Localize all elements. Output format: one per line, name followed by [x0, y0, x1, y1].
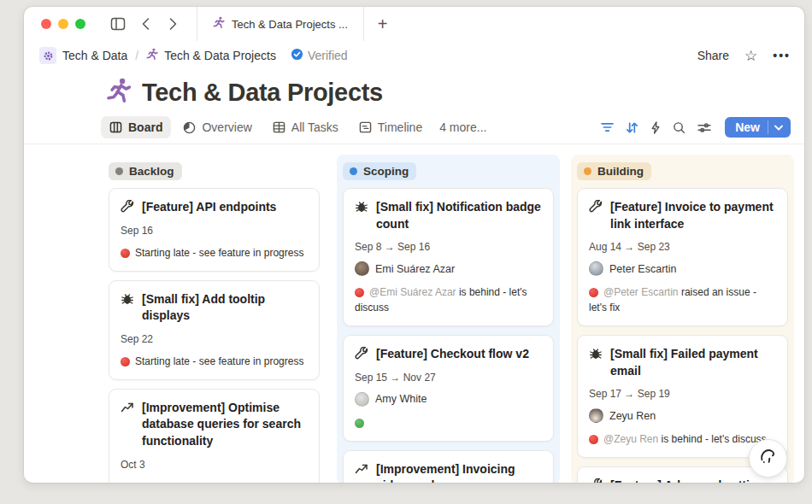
- task-card[interactable]: [Small fix] Add tooltip displays Sep 22 …: [109, 280, 320, 380]
- red-status-dot-icon: [589, 435, 598, 444]
- app-window: Tech & Data Projects ... + Tech & Data /…: [24, 7, 804, 483]
- verified-seal-icon: [291, 48, 303, 63]
- card-title: [Feature] Advanced settings on partial i…: [610, 478, 776, 483]
- active-browser-tab[interactable]: Tech & Data Projects ...: [197, 7, 364, 41]
- wrench-icon: [589, 199, 603, 232]
- new-button[interactable]: New: [725, 117, 791, 138]
- lightning-icon[interactable]: [650, 121, 661, 134]
- assignee-name: Zeyu Ren: [609, 410, 656, 422]
- chart-increasing-icon: [121, 400, 135, 450]
- forward-icon[interactable]: [162, 14, 183, 34]
- column-building: Building [Feature] Invoice to payment li…: [571, 155, 794, 483]
- task-card[interactable]: [Improvement] Optimise database queries …: [109, 389, 320, 483]
- assignee-name: Emi Suárez Azar: [375, 263, 455, 275]
- status-dot-icon: [115, 167, 123, 175]
- filter-icon[interactable]: [601, 122, 614, 132]
- more-options-icon[interactable]: •••: [773, 49, 791, 62]
- task-card[interactable]: [Small fix] Notification badge count Sep…: [343, 188, 554, 326]
- wrench-icon: [589, 478, 603, 483]
- column-header[interactable]: Scoping: [343, 162, 416, 180]
- tab-label: Overview: [202, 120, 251, 134]
- status-text: Starting late - see feature in progress: [135, 481, 303, 483]
- task-card[interactable]: [Feature] Invoice to payment link interf…: [577, 188, 788, 326]
- status-text: Starting late - see feature in progress: [135, 247, 303, 259]
- card-date: Sep 22: [121, 333, 308, 345]
- share-button[interactable]: Share: [697, 49, 729, 62]
- status-text: is behind - let's discuss: [658, 433, 766, 445]
- task-card[interactable]: [Small fix] Failed payment email Sep 17 …: [577, 335, 788, 458]
- close-window-button[interactable]: [41, 19, 51, 29]
- status-mention[interactable]: @Emi Suárez Azar: [369, 286, 456, 298]
- breadcrumb-page[interactable]: Tech & Data Projects: [164, 49, 276, 62]
- back-icon[interactable]: [135, 14, 156, 34]
- breadcrumb-row: Tech & Data / Tech & Data Projects Verif…: [24, 41, 804, 70]
- more-views-link[interactable]: 4 more...: [434, 116, 491, 138]
- task-card[interactable]: [Improvement] Invoicing side panel: [343, 450, 554, 483]
- minimize-window-button[interactable]: [58, 19, 68, 29]
- card-title: [Small fix] Failed payment email: [610, 346, 776, 379]
- card-status: Starting late - see feature in progress: [121, 479, 308, 483]
- overview-icon: [183, 121, 196, 134]
- task-card[interactable]: [Feature] Checkout flow v2 Sep 15 → Nov …: [343, 335, 554, 442]
- sort-icon[interactable]: [626, 121, 638, 134]
- breadcrumb-workspace[interactable]: Tech & Data: [62, 49, 127, 62]
- new-button-label: New: [725, 120, 768, 134]
- column-header[interactable]: Building: [577, 162, 651, 180]
- card-assignee: Amy White: [355, 392, 542, 407]
- card-date: Sep 17 → Sep 19: [589, 388, 776, 400]
- column-name: Backlog: [129, 165, 174, 178]
- card-date: Aug 14 → Sep 23: [589, 241, 776, 253]
- card-status: Starting late - see feature in progress: [121, 354, 308, 369]
- browser-tab-title: Tech & Data Projects ...: [232, 18, 348, 31]
- card-title: [Small fix] Notification badge count: [376, 199, 542, 232]
- avatar: [589, 261, 603, 276]
- workspace-gear-icon: [39, 47, 56, 64]
- card-status: @Peter Escartin raised an issue - let's …: [589, 284, 776, 315]
- notion-ai-button[interactable]: [749, 439, 787, 478]
- status-dot-icon: [584, 167, 591, 175]
- tab-overview[interactable]: Overview: [174, 116, 260, 138]
- card-status: @Zeyu Ren is behind - let's discuss: [589, 431, 776, 447]
- card-date: Sep 16: [121, 225, 308, 237]
- new-tab-label: +: [378, 15, 388, 34]
- wrench-icon: [121, 199, 135, 216]
- assignee-name: Peter Escartin: [609, 263, 677, 275]
- status-mention[interactable]: @Zeyu Ren: [603, 433, 658, 445]
- verified-badge: Verified: [291, 48, 348, 63]
- red-status-dot-icon: [121, 249, 130, 258]
- ai-face-icon: [757, 446, 780, 472]
- green-status-dot-icon: [355, 419, 364, 428]
- card-title: [Improvement] Optimise database queries …: [142, 400, 308, 450]
- card-status: @Emi Suárez Azar is behind - let's discu…: [355, 284, 542, 315]
- tab-all-tasks[interactable]: All Tasks: [264, 116, 347, 138]
- tab-label: All Tasks: [291, 120, 338, 134]
- task-card[interactable]: [Feature] API endpoints Sep 16 Starting …: [109, 188, 320, 272]
- zoom-window-button[interactable]: [75, 19, 85, 29]
- column-header[interactable]: Backlog: [109, 162, 182, 180]
- board-toolbar: New: [601, 117, 791, 138]
- bug-icon: [355, 199, 369, 232]
- red-status-dot-icon: [121, 357, 130, 366]
- status-dot-icon: [350, 167, 357, 175]
- chart-increasing-icon: [355, 461, 369, 483]
- breadcrumb-separator: /: [135, 49, 138, 62]
- column-scoping: Scoping [Small fix] Notification badge c…: [337, 155, 560, 483]
- tab-timeline[interactable]: Timeline: [350, 116, 431, 138]
- tab-board[interactable]: Board: [101, 116, 171, 138]
- chevron-down-icon[interactable]: [768, 125, 791, 131]
- card-title: [Feature] Checkout flow v2: [376, 346, 529, 363]
- search-icon[interactable]: [673, 121, 685, 134]
- card-date: Sep 8 → Sep 16: [355, 241, 542, 253]
- status-mention[interactable]: @Peter Escartin: [603, 286, 679, 298]
- table-icon: [273, 121, 285, 133]
- favorite-star-icon[interactable]: ☆: [744, 47, 757, 65]
- new-tab-button[interactable]: +: [364, 7, 402, 41]
- board-icon: [109, 121, 122, 133]
- sliders-icon[interactable]: [697, 122, 711, 133]
- sidebar-toggle-icon[interactable]: [108, 14, 128, 34]
- window-controls: [24, 7, 183, 41]
- card-title: [Feature] API endpoints: [142, 199, 276, 216]
- card-status: [355, 415, 542, 431]
- card-assignee: Zeyu Ren: [589, 408, 776, 423]
- kanban-board: Backlog [Feature] API endpoints Sep 16 S…: [24, 144, 804, 483]
